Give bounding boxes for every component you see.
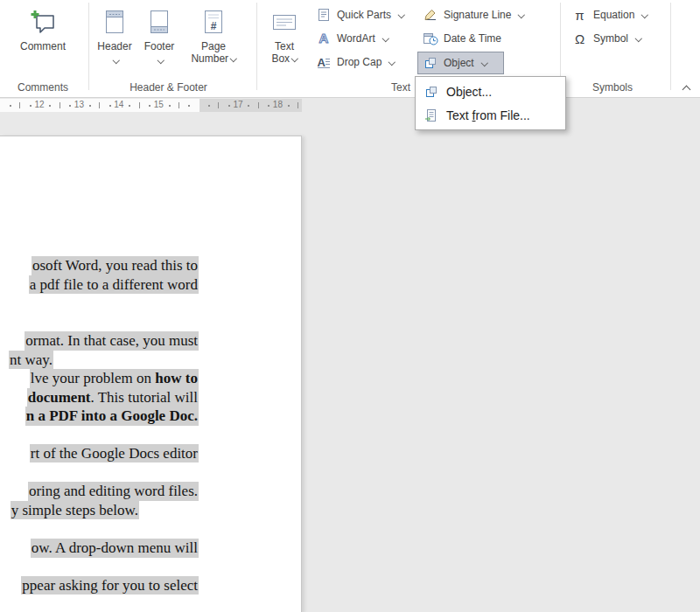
symbol-icon: Ω <box>571 31 588 46</box>
header-button[interactable]: Header <box>93 3 136 78</box>
ruler-tick <box>188 105 190 107</box>
document-line[interactable]: a pdf file to a different word <box>0 275 199 295</box>
header-label: Header <box>93 40 136 52</box>
ruler-tick <box>69 105 71 107</box>
ruler-tick <box>268 105 270 107</box>
document-line[interactable]: y simple steps below. <box>0 501 199 520</box>
document-line[interactable]: document. This tutorial will <box>0 388 199 407</box>
document-line[interactable]: oring and editing word files. <box>0 482 199 501</box>
object-dropdown-menu: Object... Text from File... <box>415 76 566 130</box>
object-button[interactable]: Object <box>417 52 504 74</box>
drop-cap-button[interactable]: A Drop Cap <box>311 52 399 73</box>
ruler-tick <box>248 105 249 107</box>
document-line[interactable]: nt way. <box>0 351 199 370</box>
ruler-number: 14 <box>114 100 123 109</box>
chevron-down-icon <box>518 11 525 18</box>
object-label: Object <box>444 57 474 69</box>
footer-button[interactable]: Footer <box>138 3 180 78</box>
text-box-label-1: Text <box>262 40 306 52</box>
ruler[interactable]: 121314151718 <box>0 99 302 112</box>
symbol-label: Symbol <box>593 32 628 45</box>
signature-line-icon <box>422 8 438 23</box>
ruler-margin-area <box>200 99 302 112</box>
document-text-column: osoft Word, you read this to a pdf file … <box>0 136 199 595</box>
page-number-label-1: Page <box>184 40 243 52</box>
quick-parts-button[interactable]: Quick Parts <box>311 4 409 25</box>
page-number-button[interactable]: # Page Number <box>184 3 243 78</box>
document-line[interactable]: osoft Word, you read this to <box>0 256 199 275</box>
date-time-button[interactable]: Date & Time <box>417 28 506 49</box>
drop-cap-label: Drop Cap <box>337 56 382 68</box>
chevron-up-icon <box>682 85 690 94</box>
object-icon <box>422 56 438 71</box>
wordart-button[interactable]: A WordArt <box>311 28 392 49</box>
menu-item-object-label: Object... <box>446 85 492 99</box>
ribbon: Comment Comments Header Footer <box>0 0 700 98</box>
ruler-tick <box>178 102 179 108</box>
svg-text:#: # <box>211 20 217 32</box>
ruler-tick <box>149 105 150 107</box>
menu-item-object[interactable]: Object... <box>416 80 565 103</box>
quick-parts-label: Quick Parts <box>337 9 391 21</box>
ruler-number: 13 <box>74 100 84 109</box>
ruler-tick <box>49 105 51 107</box>
equation-button[interactable]: π Equation <box>567 4 652 25</box>
document-page[interactable]: osoft Word, you read this to a pdf file … <box>0 136 302 612</box>
ruler-tick <box>109 105 111 107</box>
text-box-label-2: Box <box>262 52 306 65</box>
document-area: osoft Word, you read this to a pdf file … <box>0 112 700 612</box>
chevron-down-icon <box>113 56 120 63</box>
ruler-tick <box>208 105 210 107</box>
document-line[interactable]: lve your problem on how to <box>0 369 199 388</box>
signature-line-button[interactable]: Signature Line <box>417 4 528 25</box>
footer-icon <box>138 3 180 40</box>
ruler-tick <box>19 102 20 108</box>
wordart-label: WordArt <box>337 32 375 45</box>
group-label-symbols: Symbols <box>582 81 643 94</box>
chevron-down-icon <box>158 56 164 63</box>
ruler-tick <box>228 105 230 107</box>
symbol-button[interactable]: Ω Symbol <box>567 28 646 49</box>
ruler-tick <box>10 105 11 107</box>
signature-line-label: Signature Line <box>444 9 511 21</box>
document-line[interactable]: n a PDF into a Google Doc. <box>0 407 199 426</box>
header-icon <box>93 3 136 40</box>
ruler-tick <box>169 105 171 107</box>
chevron-down-icon <box>398 11 405 18</box>
ruler-tick <box>60 102 60 108</box>
chevron-down-icon <box>641 11 648 18</box>
ruler-tick <box>129 105 130 107</box>
document-line[interactable]: ormat. In that case, you must <box>0 331 199 351</box>
ruler-number: 18 <box>273 100 283 109</box>
page-number-icon: # <box>184 3 243 40</box>
text-box-button[interactable]: Text Box <box>262 3 306 78</box>
ruler-number: 17 <box>233 100 242 109</box>
svg-text:A: A <box>318 31 328 45</box>
text-box-icon <box>262 3 306 40</box>
collapse-ribbon-button[interactable] <box>676 82 696 96</box>
date-time-icon <box>422 31 438 46</box>
document-line[interactable]: ow. A drop-down menu will <box>0 539 199 558</box>
date-time-label: Date & Time <box>444 32 501 45</box>
group-separator <box>256 3 257 90</box>
group-separator <box>670 3 671 90</box>
menu-item-text-from-file[interactable]: Text from File... <box>416 103 565 127</box>
quick-parts-icon <box>315 8 332 23</box>
footer-label: Footer <box>138 40 180 52</box>
document-line[interactable]: ppear asking for you to select <box>0 576 199 595</box>
page-number-label-2: Number <box>184 52 243 65</box>
chevron-down-icon <box>230 54 237 61</box>
chevron-down-icon <box>388 59 396 66</box>
chevron-down-icon <box>635 35 642 42</box>
drop-cap-icon: A <box>315 55 332 70</box>
equation-icon: π <box>571 8 588 23</box>
group-label-header-footer: Header & Footer <box>114 81 223 94</box>
document-line[interactable]: rt of the Google Docs editor <box>0 444 199 463</box>
group-separator <box>88 3 89 90</box>
comment-button[interactable]: Comment <box>12 3 74 78</box>
ruler-tick <box>89 105 91 107</box>
ruler-tick <box>298 102 298 108</box>
ruler-tick <box>139 102 140 108</box>
menu-item-text-from-file-label: Text from File... <box>446 108 530 122</box>
ruler-number: 15 <box>154 100 164 109</box>
